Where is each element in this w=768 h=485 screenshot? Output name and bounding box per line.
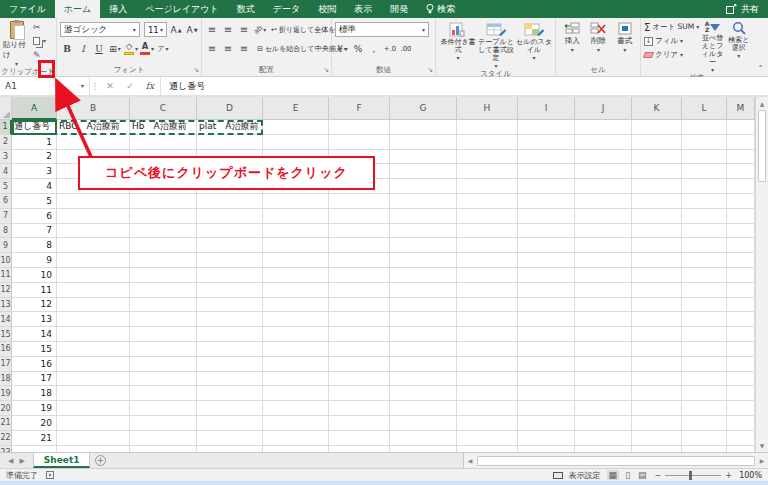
cell-A15[interactable]: 14 (12, 327, 57, 342)
paste-button[interactable]: 貼り付け ▾ (3, 20, 30, 67)
cell-E22[interactable] (263, 431, 329, 446)
cell-C22[interactable] (130, 431, 197, 446)
cell-K22[interactable] (632, 431, 682, 446)
cell-J7[interactable] (575, 209, 632, 224)
cell-J3[interactable] (575, 150, 632, 165)
cell-G6[interactable] (390, 194, 457, 209)
cell-F5[interactable] (329, 179, 390, 194)
row-header-18[interactable]: 18 (0, 372, 12, 387)
cell-F8[interactable] (329, 224, 390, 239)
cell-D18[interactable] (197, 372, 263, 387)
row-header-2[interactable]: 2 (0, 135, 12, 150)
cell-B2[interactable] (57, 135, 130, 150)
cell-L2[interactable] (682, 135, 727, 150)
cell-H10[interactable] (457, 253, 518, 268)
cell-F19[interactable] (329, 386, 390, 401)
column-header-C[interactable]: C (130, 97, 197, 120)
cell-M12[interactable] (727, 283, 755, 298)
align-center-button[interactable]: ≡ (221, 41, 235, 57)
cell-D12[interactable] (197, 283, 263, 298)
column-header-A[interactable]: A (12, 97, 57, 120)
cell-A12[interactable]: 11 (12, 283, 57, 298)
cell-B7[interactable] (57, 209, 130, 224)
row-header-13[interactable]: 13 (0, 298, 12, 313)
cell-A3[interactable]: 2 (12, 150, 57, 165)
column-header-D[interactable]: D (197, 97, 263, 120)
cell-B22[interactable] (57, 431, 130, 446)
cell-L11[interactable] (682, 268, 727, 283)
cell-I15[interactable] (518, 327, 575, 342)
format-as-table-button[interactable]: テーブルとして書式設定 ▾ (477, 20, 515, 69)
cell-A14[interactable]: 13 (12, 312, 57, 327)
cell-K2[interactable] (632, 135, 682, 150)
row-header-14[interactable]: 14 (0, 312, 12, 327)
cell-E13[interactable] (263, 298, 329, 313)
cell-L17[interactable] (682, 357, 727, 372)
tab-file[interactable]: ファイル (0, 0, 55, 18)
cell-G3[interactable] (390, 150, 457, 165)
cell-J20[interactable] (575, 401, 632, 416)
cell-K12[interactable] (632, 283, 682, 298)
cell-D9[interactable] (197, 238, 263, 253)
cell-A7[interactable]: 6 (12, 209, 57, 224)
cell-I21[interactable] (518, 416, 575, 431)
cell-K17[interactable] (632, 357, 682, 372)
cell-F11[interactable] (329, 268, 390, 283)
cell-H6[interactable] (457, 194, 518, 209)
cell-B13[interactable] (57, 298, 130, 313)
cell-J22[interactable] (575, 431, 632, 446)
cell-D10[interactable] (197, 253, 263, 268)
column-header-H[interactable]: H (457, 97, 518, 120)
cell-D3[interactable] (197, 150, 263, 165)
cell-A19[interactable]: 18 (12, 386, 57, 401)
cell-K7[interactable] (632, 209, 682, 224)
sheet-nav-right-arrow[interactable]: ▶ (19, 457, 24, 465)
cell-I4[interactable] (518, 164, 575, 179)
tab-page-layout[interactable]: ページレイアウト (136, 0, 227, 18)
cell-J14[interactable] (575, 312, 632, 327)
cell-L21[interactable] (682, 416, 727, 431)
scroll-up-arrow[interactable]: ▲ (756, 97, 768, 110)
copy-button[interactable]: ▾ (33, 34, 46, 47)
cell-L18[interactable] (682, 372, 727, 387)
cell-L7[interactable] (682, 209, 727, 224)
cell-F2[interactable] (329, 135, 390, 150)
cell-D15[interactable] (197, 327, 263, 342)
cell-F1[interactable] (329, 120, 390, 135)
name-box[interactable]: A1 ▾ (0, 77, 90, 95)
cell-K13[interactable] (632, 298, 682, 313)
cell-M15[interactable] (727, 327, 755, 342)
row-header-1[interactable]: 1 (0, 120, 12, 135)
underline-button[interactable]: U (92, 41, 106, 57)
cell-E2[interactable] (263, 135, 329, 150)
cell-I16[interactable] (518, 342, 575, 357)
cell-H16[interactable] (457, 342, 518, 357)
cell-L14[interactable] (682, 312, 727, 327)
increase-decimal-button[interactable]: +.0 (383, 41, 397, 57)
cell-C8[interactable] (130, 224, 197, 239)
zoom-percentage[interactable]: 100% (736, 471, 762, 480)
cell-K15[interactable] (632, 327, 682, 342)
find-select-button[interactable]: 検索と選択 ▾ (726, 20, 752, 73)
cell-F4[interactable] (329, 164, 390, 179)
cell-I5[interactable] (518, 179, 575, 194)
cell-A11[interactable]: 10 (12, 268, 57, 283)
cell-C3[interactable] (130, 150, 197, 165)
format-painter-button[interactable]: ✎ (33, 48, 46, 61)
insert-function-button[interactable]: fx (140, 77, 160, 95)
cell-F13[interactable] (329, 298, 390, 313)
cell-D14[interactable] (197, 312, 263, 327)
align-middle-button[interactable]: ≡ (221, 22, 235, 38)
row-header-15[interactable]: 15 (0, 327, 12, 342)
cell-G16[interactable] (390, 342, 457, 357)
cell-J12[interactable] (575, 283, 632, 298)
cell-F15[interactable] (329, 327, 390, 342)
row-header-5[interactable]: 5 (0, 179, 12, 194)
cell-D11[interactable] (197, 268, 263, 283)
cell-E1[interactable] (263, 120, 329, 135)
cell-B16[interactable] (57, 342, 130, 357)
cell-A13[interactable]: 12 (12, 298, 57, 313)
sheet-tab-sheet1[interactable]: Sheet1 (33, 453, 91, 468)
cell-L6[interactable] (682, 194, 727, 209)
row-header-16[interactable]: 16 (0, 342, 12, 357)
